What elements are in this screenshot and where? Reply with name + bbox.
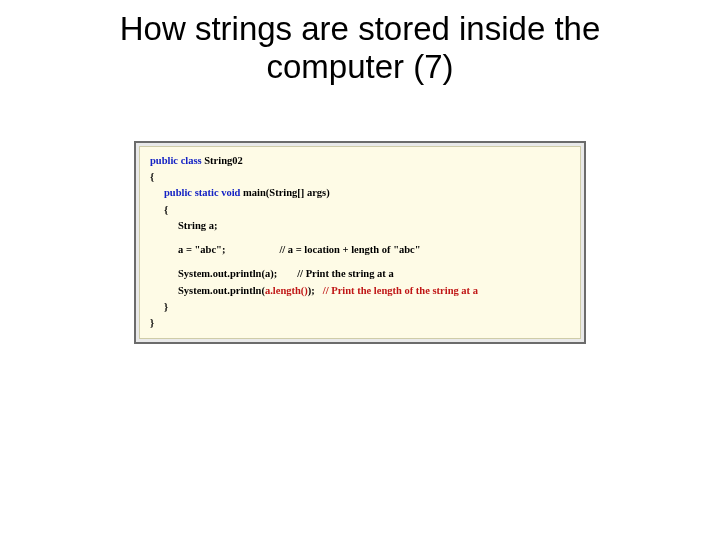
code-text: a = "abc";: [178, 244, 225, 255]
code-text: main(String[] args): [240, 187, 329, 198]
blank-line: [150, 258, 570, 266]
code-comment: // Print the string at a: [297, 266, 394, 282]
code-line: System.out.println(a);// Print the strin…: [150, 266, 570, 282]
code-line: {: [150, 169, 570, 185]
page-title: How strings are stored inside the comput…: [0, 0, 720, 86]
code-text: String a;: [178, 220, 217, 231]
code-text: System.out.println(a);: [178, 268, 277, 279]
code-line: a = "abc";// a = location + length of "a…: [150, 242, 570, 258]
code-line: String a;: [150, 218, 570, 234]
code-line: }: [150, 315, 570, 331]
blank-line: [150, 234, 570, 242]
code-line: {: [150, 202, 570, 218]
code-line: System.out.println(a.length());// Print …: [150, 283, 570, 299]
code-line: public class String02: [150, 153, 570, 169]
code-block: public class String02 { public static vo…: [134, 141, 586, 344]
code-comment: // a = location + length of "abc": [279, 242, 420, 258]
code-text: {: [164, 204, 168, 215]
code-outer-frame: public class String02 { public static vo…: [134, 141, 586, 344]
code-text: }: [164, 301, 168, 312]
slide: How strings are stored inside the comput…: [0, 0, 720, 540]
code-text: String02: [202, 155, 243, 166]
code-text: System.out.println(: [178, 285, 265, 296]
code-inner-frame: public class String02 { public static vo…: [139, 146, 581, 339]
code-comment-highlight: // Print the length of the string at a: [323, 283, 478, 299]
keyword: public static void: [164, 187, 240, 198]
code-line: public static void main(String[] args): [150, 185, 570, 201]
code-line: }: [150, 299, 570, 315]
keyword: public class: [150, 155, 202, 166]
code-text: );: [308, 285, 315, 296]
code-highlight: a.length(): [265, 285, 308, 296]
